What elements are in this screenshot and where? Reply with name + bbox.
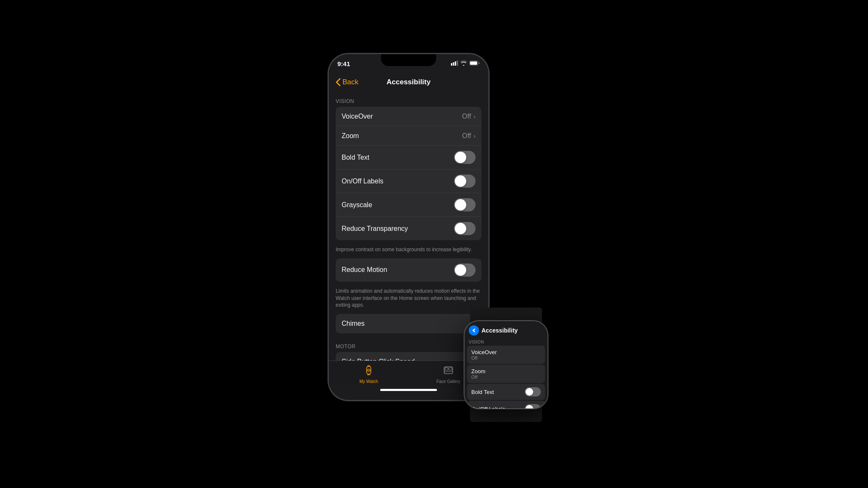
watch-voiceover-row[interactable]: VoiceOver Off <box>467 346 545 364</box>
face-gallery-icon <box>442 364 454 378</box>
watch-voiceover-value: Off <box>471 355 497 360</box>
watch-onoff-labels-knob <box>526 405 533 408</box>
reduce-transparency-toggle[interactable] <box>454 222 476 235</box>
watch-page-title: Accessibility <box>481 327 518 334</box>
reduce-motion-toggle[interactable] <box>454 263 476 277</box>
status-bar: 9:41 <box>329 54 488 73</box>
zoom-value: Off <box>462 132 471 140</box>
reduce-motion-label: Reduce Motion <box>342 266 454 274</box>
svg-rect-2 <box>455 61 456 66</box>
watch-voiceover-label: VoiceOver <box>471 349 497 355</box>
watch-onoff-labels-toggle[interactable] <box>525 404 541 408</box>
face-gallery-tab-label: Face Gallery <box>437 379 461 384</box>
watch-band-bottom <box>470 407 542 422</box>
battery-icon <box>469 61 480 67</box>
svg-rect-0 <box>451 63 452 66</box>
watch-zoom-text: Zoom Off <box>471 368 485 380</box>
watch-body: Accessibility VISION VoiceOver Off Zoom … <box>464 320 548 409</box>
zoom-label: Zoom <box>342 132 462 140</box>
back-button[interactable]: Back <box>336 78 359 86</box>
bold-text-toggle[interactable] <box>454 151 476 164</box>
onoff-labels-toggle-knob <box>455 175 466 187</box>
watch-voiceover-text: VoiceOver Off <box>471 349 497 360</box>
onoff-labels-toggle[interactable] <box>454 175 476 188</box>
reduce-motion-group: Reduce Motion <box>336 258 481 282</box>
my-watch-icon <box>363 364 375 378</box>
apple-watch: Accessibility VISION VoiceOver Off Zoom … <box>459 308 553 422</box>
vision-settings-group: VoiceOver Off › Zoom Off › Bold Text <box>336 107 481 240</box>
watch-onoff-labels-row[interactable]: On/Off Labels <box>467 401 545 408</box>
onoff-labels-row[interactable]: On/Off Labels <box>336 169 481 193</box>
scene: 9:41 <box>328 53 540 435</box>
watch-zoom-row[interactable]: Zoom Off <box>467 365 545 383</box>
grayscale-label: Grayscale <box>342 201 454 209</box>
watch-bold-text-toggle[interactable] <box>525 387 541 396</box>
watch-back-button[interactable] <box>469 325 479 336</box>
svg-rect-13 <box>449 368 452 370</box>
watch-nav: Accessibility <box>465 321 548 338</box>
voiceover-label: VoiceOver <box>342 113 462 120</box>
tab-my-watch[interactable]: My Watch <box>329 361 409 385</box>
bold-text-row[interactable]: Bold Text <box>336 146 481 169</box>
reduce-transparency-toggle-knob <box>455 223 466 234</box>
zoom-chevron: › <box>473 133 476 139</box>
watch-onoff-labels-label: On/Off Labels <box>471 406 505 409</box>
svg-rect-12 <box>445 368 448 370</box>
watch-bold-text-label: Bold Text <box>471 389 494 395</box>
grayscale-row[interactable]: Grayscale <box>336 193 481 217</box>
svg-rect-1 <box>453 62 454 66</box>
svg-point-10 <box>368 370 369 371</box>
grayscale-toggle[interactable] <box>454 198 476 211</box>
navigation-bar: Back Accessibility <box>329 73 488 92</box>
watch-zoom-label: Zoom <box>471 368 485 374</box>
page-title: Accessibility <box>387 78 431 86</box>
reduce-motion-row[interactable]: Reduce Motion <box>336 258 481 282</box>
signal-icon <box>451 61 458 67</box>
reduce-transparency-label: Reduce Transparency <box>342 225 454 233</box>
back-label: Back <box>342 78 359 86</box>
svg-rect-8 <box>367 374 370 375</box>
notch <box>381 54 436 66</box>
wifi-icon <box>460 61 467 67</box>
zoom-row[interactable]: Zoom Off › <box>336 126 481 146</box>
bold-text-label: Bold Text <box>342 154 454 161</box>
svg-rect-3 <box>457 61 458 66</box>
voiceover-row[interactable]: VoiceOver Off › <box>336 107 481 126</box>
watch-screen: Accessibility VISION VoiceOver Off Zoom … <box>465 321 548 408</box>
grayscale-toggle-knob <box>455 199 466 211</box>
voiceover-chevron: › <box>473 113 476 120</box>
onoff-labels-label: On/Off Labels <box>342 177 454 185</box>
svg-rect-7 <box>367 365 370 367</box>
reduce-transparency-description: Improve contrast on some backgrounds to … <box>329 244 488 258</box>
home-bar <box>380 389 437 391</box>
vision-section-header: VISION <box>329 92 488 107</box>
chimes-label: Chimes <box>342 320 473 327</box>
reduce-transparency-row[interactable]: Reduce Transparency <box>336 217 481 240</box>
status-icons <box>451 61 480 67</box>
watch-zoom-value: Off <box>471 374 485 380</box>
voiceover-value: Off <box>462 113 471 120</box>
watch-settings-list: VoiceOver Off Zoom Off Bold Text <box>465 346 548 408</box>
my-watch-tab-label: My Watch <box>359 379 378 384</box>
svg-rect-5 <box>470 61 477 65</box>
watch-crown <box>548 356 548 373</box>
status-time: 9:41 <box>337 60 350 67</box>
bold-text-toggle-knob <box>455 152 466 163</box>
reduce-motion-toggle-knob <box>455 264 466 276</box>
watch-bold-text-row[interactable]: Bold Text <box>467 384 545 400</box>
watch-bold-text-knob <box>526 388 533 396</box>
watch-vision-header: VISION <box>465 338 548 346</box>
